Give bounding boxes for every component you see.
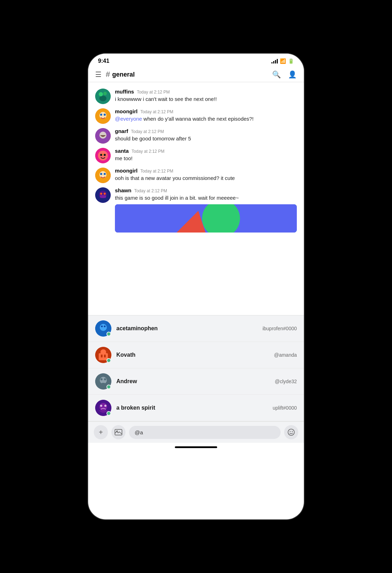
svg-point-28 xyxy=(100,324,107,331)
message-row: moongirl Today at 2:12 PM ooh is that a … xyxy=(88,165,304,185)
home-bar xyxy=(175,446,217,448)
menu-icon[interactable]: ☰ xyxy=(95,70,102,79)
emoji-icon xyxy=(287,428,295,436)
profile-icon[interactable]: 👤 xyxy=(288,70,297,79)
message-username: moongirl xyxy=(115,168,137,174)
user-handle: @amanda xyxy=(274,352,297,358)
message-row: gnarf Today at 2:12 PM should be good to… xyxy=(88,126,304,146)
svg-point-39 xyxy=(104,378,106,380)
user-name: Andrew xyxy=(116,378,270,385)
message-content: santa Today at 2:12 PM me too! xyxy=(115,148,297,162)
message-content: gnarf Today at 2:12 PM should be good to… xyxy=(115,128,297,142)
message-content: muffins Today at 2:12 PM i knowwww i can… xyxy=(115,89,297,103)
message-username: shawn xyxy=(115,187,131,193)
user-row[interactable]: Andrew @clyde32 xyxy=(88,368,304,395)
svg-point-2 xyxy=(99,92,103,96)
message-header: gnarf Today at 2:12 PM xyxy=(115,128,297,134)
online-indicator xyxy=(106,385,111,389)
search-icon[interactable]: 🔍 xyxy=(272,70,281,79)
bottom-bar: + @a xyxy=(88,421,304,443)
image-icon xyxy=(115,428,122,436)
status-time: 9:41 xyxy=(98,58,109,64)
hash-icon: # xyxy=(106,70,110,79)
user-avatar-wrap xyxy=(95,320,111,337)
svg-point-30 xyxy=(104,326,106,327)
message-content: moongirl Today at 2:12 PM @everyone when… xyxy=(115,108,297,122)
message-time: Today at 2:12 PM xyxy=(140,109,173,114)
messages-area: muffins Today at 2:12 PM i knowwww i can… xyxy=(88,82,304,315)
message-input[interactable]: @a xyxy=(129,426,281,439)
svg-rect-21 xyxy=(100,195,106,198)
svg-point-22 xyxy=(100,193,102,195)
message-username: gnarf xyxy=(115,128,128,134)
svg-point-11 xyxy=(98,151,108,161)
phone-frame: 9:41 📶 🔋 ☰ # general 🔍 👤 xyxy=(88,54,304,519)
message-text: me too! xyxy=(115,155,297,162)
message-time: Today at 2:12 PM xyxy=(137,90,170,95)
message-header: santa Today at 2:12 PM xyxy=(115,148,297,154)
mention: @everyone xyxy=(115,116,142,122)
plus-button[interactable]: + xyxy=(94,425,108,439)
user-name: Kovath xyxy=(116,352,269,358)
user-handle: ibuprofen#0000 xyxy=(263,326,297,331)
message-header: shawn Today at 2:12 PM xyxy=(115,187,297,193)
message-header: moongirl Today at 2:12 PM xyxy=(115,168,297,174)
svg-point-6 xyxy=(100,114,102,116)
status-bar: 9:41 📶 🔋 xyxy=(88,54,304,67)
svg-point-42 xyxy=(99,403,107,411)
message-time: Today at 2:12 PM xyxy=(134,188,167,193)
svg-point-23 xyxy=(104,193,106,195)
message-header: moongirl Today at 2:12 PM xyxy=(115,108,297,114)
avatar xyxy=(95,187,111,203)
avatar xyxy=(95,168,111,183)
message-text: @everyone when do y'all wanna watch the … xyxy=(115,115,297,122)
avatar xyxy=(95,89,111,104)
channel-name-area: # general xyxy=(106,70,268,79)
message-username: santa xyxy=(115,148,129,154)
svg-point-3 xyxy=(103,92,107,95)
message-text: ooh is that a new avatar you commissione… xyxy=(115,174,297,182)
message-username: muffins xyxy=(115,89,134,95)
message-text: i knowwww i can't wait to see the next o… xyxy=(115,95,297,103)
online-indicator xyxy=(106,411,111,416)
user-row[interactable]: a broken spirit uplift#0000 Old Username xyxy=(88,395,304,421)
user-avatar-wrap xyxy=(95,347,111,363)
message-row: shawn Today at 2:12 PM this game is so g… xyxy=(88,185,304,235)
avatar xyxy=(95,148,111,163)
svg-point-40 xyxy=(100,383,106,386)
nav-bar: ☰ # general 🔍 👤 xyxy=(88,67,304,82)
emoji-button[interactable] xyxy=(284,425,298,439)
svg-point-7 xyxy=(104,114,106,116)
online-indicator xyxy=(106,358,111,363)
home-indicator xyxy=(88,443,304,450)
message-content: moongirl Today at 2:12 PM ooh is that a … xyxy=(115,168,297,182)
image-embed xyxy=(115,204,297,233)
user-list: acetaminophen ibuprofen#0000 Kovath @a xyxy=(88,315,304,421)
message-header: muffins Today at 2:12 PM xyxy=(115,89,297,95)
signal-icon xyxy=(271,59,278,64)
user-name: a broken spirit xyxy=(116,405,268,411)
message-content: shawn Today at 2:12 PM this game is so g… xyxy=(115,187,297,233)
svg-point-18 xyxy=(104,173,106,175)
svg-point-44 xyxy=(104,405,106,407)
message-text: this game is so good ill join in a bit. … xyxy=(115,194,297,201)
user-avatar-wrap xyxy=(95,373,111,390)
svg-point-49 xyxy=(292,431,293,432)
message-time: Today at 2:12 PM xyxy=(131,129,164,134)
input-row: + @a xyxy=(94,425,298,439)
message-row: moongirl Today at 2:12 PM @everyone when… xyxy=(88,106,304,126)
svg-point-12 xyxy=(100,154,102,156)
user-row[interactable]: Kovath @amanda New Username xyxy=(88,342,304,368)
message-row: muffins Today at 2:12 PM i knowwww i can… xyxy=(88,86,304,106)
user-handle: uplift#0000 xyxy=(272,405,297,411)
user-row[interactable]: acetaminophen ibuprofen#0000 xyxy=(88,315,304,342)
message-row: santa Today at 2:12 PM me too! xyxy=(88,146,304,165)
user-handle: @clyde32 xyxy=(275,379,297,384)
message-time: Today at 2:12 PM xyxy=(131,149,164,154)
user-name: acetaminophen xyxy=(116,325,258,332)
svg-point-13 xyxy=(104,154,106,156)
image-button[interactable] xyxy=(111,425,125,439)
plus-icon: + xyxy=(99,428,103,436)
svg-point-1 xyxy=(99,96,106,101)
avatar xyxy=(95,108,111,124)
